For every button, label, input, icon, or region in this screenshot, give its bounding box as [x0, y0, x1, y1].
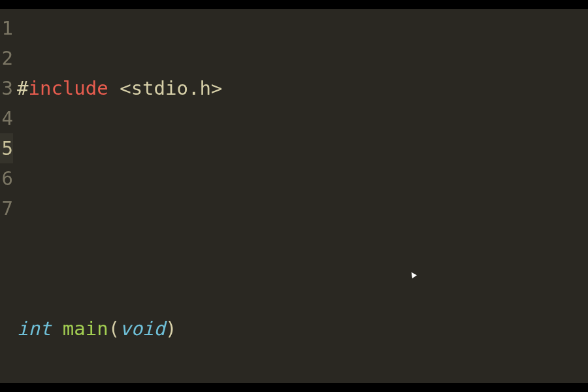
code-area[interactable]: #include <stdio.h> int main(void) { prin…: [14, 9, 588, 383]
line-number: 2: [0, 43, 13, 73]
line-number: 6: [0, 163, 13, 193]
letterbox-top: [0, 0, 588, 9]
space-token: [108, 77, 120, 99]
code-line[interactable]: #include <stdio.h>: [17, 73, 588, 103]
lparen-token: (: [108, 318, 120, 340]
func-token: main: [63, 318, 108, 340]
rparen-token: ): [165, 318, 176, 340]
line-number: 5: [0, 133, 13, 163]
code-editor[interactable]: 1234567 #include <stdio.h> int main(void…: [0, 9, 588, 383]
argtype-token: void: [120, 318, 165, 340]
type-token: int: [17, 318, 51, 340]
hash-token: #: [17, 77, 28, 99]
code-line[interactable]: [17, 193, 588, 223]
mouse-cursor-icon: ▲: [408, 269, 417, 279]
line-number: 1: [0, 13, 13, 43]
line-number: 3: [0, 73, 13, 103]
line-number-gutter: 1234567: [0, 9, 14, 383]
include-token: include: [28, 77, 108, 99]
lt-token: <: [120, 77, 131, 99]
space-token: [51, 318, 62, 340]
gt-token: >: [211, 77, 222, 99]
code-line[interactable]: int main(void): [17, 314, 588, 344]
line-number: 7: [0, 193, 13, 223]
letterbox-bottom: [0, 383, 588, 392]
header-token: stdio.h: [131, 77, 211, 99]
app-frame: 1234567 #include <stdio.h> int main(void…: [0, 0, 588, 392]
line-number: 4: [0, 103, 13, 133]
